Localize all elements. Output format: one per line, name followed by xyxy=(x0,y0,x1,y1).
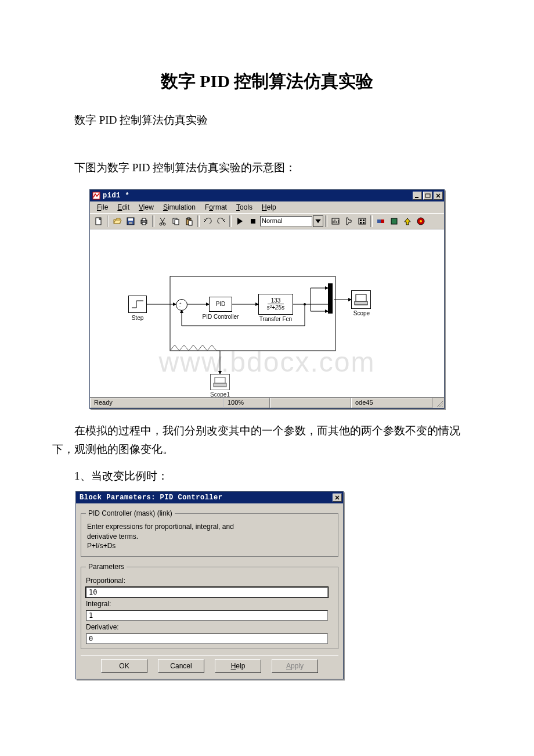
svg-rect-26 xyxy=(381,219,384,223)
svg-rect-30 xyxy=(170,276,335,351)
derivative-label: Derivative: xyxy=(86,623,333,631)
print-icon[interactable] xyxy=(138,215,150,228)
mode-select[interactable]: Normal xyxy=(260,216,312,226)
target-icon[interactable] xyxy=(388,215,400,228)
zoom-icon[interactable] xyxy=(342,215,355,228)
maximize-button[interactable] xyxy=(423,192,432,200)
svg-rect-13 xyxy=(175,219,179,225)
svg-rect-24 xyxy=(363,222,365,224)
svg-rect-22 xyxy=(363,219,365,221)
build-icon[interactable] xyxy=(374,215,387,228)
svg-rect-50 xyxy=(355,301,367,305)
titlebar: pid1 * xyxy=(90,190,444,201)
status-ready: Ready xyxy=(90,398,223,408)
menu-tools[interactable]: Tools xyxy=(233,203,256,212)
description-group: PID Controller (mask) (link) Enter expre… xyxy=(81,509,338,557)
library-icon[interactable] xyxy=(356,215,369,228)
params-legend: Parameters xyxy=(86,563,127,571)
dialog-close-button[interactable] xyxy=(333,494,342,502)
desc-legend: PID Controller (mask) (link) xyxy=(86,509,175,517)
svg-rect-23 xyxy=(360,222,362,224)
block-parameters-dialog: Block Parameters: PID Controller PID Con… xyxy=(75,491,344,679)
intro-text: 下图为数字 PID 控制算法仿真实验的示意图： xyxy=(52,159,482,177)
new-icon[interactable] xyxy=(92,215,105,228)
menu-format[interactable]: Format xyxy=(201,203,230,212)
menu-sim[interactable]: Simulation xyxy=(160,203,199,212)
svg-rect-25 xyxy=(377,219,381,223)
proportional-label: Proportional: xyxy=(86,577,333,585)
transfer-fcn-block[interactable]: 133 s²+25s xyxy=(258,294,293,315)
help-button[interactable]: Help xyxy=(215,659,261,673)
svg-rect-16 xyxy=(189,221,192,225)
stop-icon[interactable] xyxy=(247,215,259,228)
doc-title: 数字 PID 控制算法仿真实验 xyxy=(52,70,482,93)
window-title: pid1 * xyxy=(103,192,129,200)
svg-rect-51 xyxy=(215,377,225,383)
close-button[interactable] xyxy=(434,192,443,200)
desc-text: Enter expressions for proportional, inte… xyxy=(86,521,333,552)
svg-rect-1 xyxy=(415,197,418,198)
undo-icon[interactable] xyxy=(201,215,214,228)
paste-icon[interactable] xyxy=(183,215,196,228)
redo-icon[interactable] xyxy=(215,215,228,228)
svg-marker-19 xyxy=(347,218,351,225)
status-solver: ode45 xyxy=(351,398,432,408)
sum-block[interactable]: +- xyxy=(176,299,187,311)
dialog-title: Block Parameters: PID Controller xyxy=(78,494,222,502)
scope-block[interactable] xyxy=(351,290,371,309)
svg-rect-5 xyxy=(128,218,133,221)
svg-rect-6 xyxy=(129,222,132,224)
menu-help[interactable]: Help xyxy=(258,203,280,212)
mode-dropdown-icon[interactable] xyxy=(313,215,323,227)
ok-button[interactable]: OK xyxy=(101,659,147,673)
copy-icon[interactable] xyxy=(169,215,182,228)
menubar: File Edit View Simulation Format Tools H… xyxy=(90,201,444,213)
menu-edit[interactable]: Edit xyxy=(114,203,133,212)
pid-block[interactable]: PID xyxy=(209,297,232,312)
save-icon[interactable] xyxy=(124,215,137,228)
pid-text: PID xyxy=(216,301,226,307)
svg-rect-27 xyxy=(391,218,397,224)
status-blank xyxy=(270,398,351,408)
derivative-input[interactable]: 0 xyxy=(86,633,328,644)
svg-rect-21 xyxy=(360,219,362,221)
parameters-group: Parameters Proportional: 10 Integral: 1 … xyxy=(81,563,338,649)
proportional-input[interactable]: 10 xyxy=(86,587,328,597)
svg-rect-9 xyxy=(142,222,146,225)
debug-icon[interactable] xyxy=(414,215,427,228)
statusbar: Ready 100% ode45 xyxy=(90,397,444,408)
dialog-body: PID Controller (mask) (link) Enter expre… xyxy=(76,503,343,679)
svg-rect-17 xyxy=(251,219,255,224)
play-icon[interactable] xyxy=(233,215,246,228)
app-icon xyxy=(92,192,100,200)
integral-label: Integral: xyxy=(86,600,333,608)
step-block[interactable] xyxy=(128,296,147,313)
dialog-buttons: OK Cancel Help Apply xyxy=(81,655,338,674)
svg-rect-46 xyxy=(328,283,333,314)
cut-icon[interactable] xyxy=(156,215,169,228)
up-icon[interactable] xyxy=(401,215,414,228)
resize-grip-icon[interactable] xyxy=(432,398,444,408)
minimize-button[interactable] xyxy=(413,192,422,200)
svg-point-11 xyxy=(163,223,165,225)
open-icon[interactable] xyxy=(111,215,124,228)
cancel-button[interactable]: Cancel xyxy=(158,659,204,673)
model-canvas[interactable]: www.bdocx.com xyxy=(90,229,444,397)
toolbar: Normal xyxy=(90,213,444,229)
tf-num: 133 xyxy=(268,297,284,304)
tf-den: s²+25s xyxy=(266,304,286,311)
menu-view[interactable]: View xyxy=(135,203,157,212)
status-zoom: 100% xyxy=(223,398,270,408)
apply-button[interactable]: Apply xyxy=(272,659,318,673)
doc-subtitle: 数字 PID 控制算法仿真实验 xyxy=(52,111,482,129)
svg-rect-2 xyxy=(425,194,430,197)
svg-rect-52 xyxy=(214,383,226,387)
menu-file[interactable]: File xyxy=(93,203,111,212)
data-tips-icon[interactable] xyxy=(329,215,342,228)
svg-point-10 xyxy=(160,223,162,225)
scope1-block[interactable] xyxy=(210,374,230,390)
svg-point-29 xyxy=(420,220,422,222)
dialog-titlebar: Block Parameters: PID Controller xyxy=(76,492,343,503)
svg-rect-8 xyxy=(142,218,146,221)
integral-input[interactable]: 1 xyxy=(86,610,328,621)
